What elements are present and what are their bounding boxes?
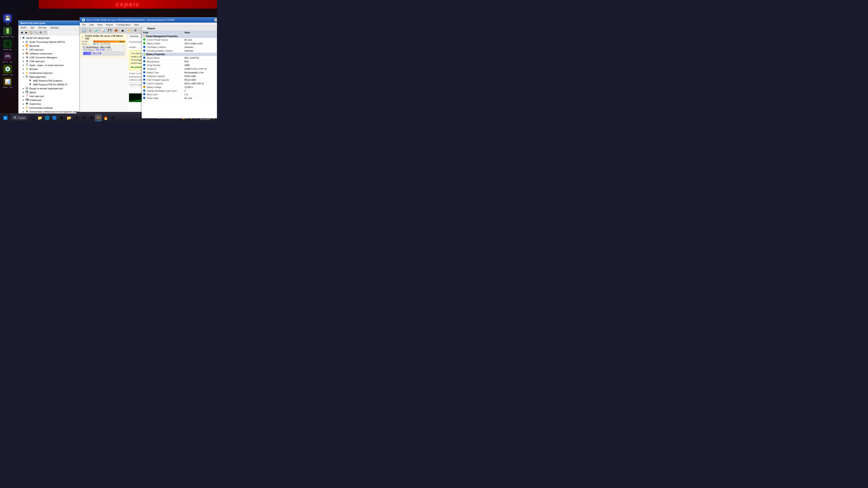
forward-button[interactable]: ▶ (24, 30, 28, 35)
hdsent-icon: 💿 (3, 65, 12, 73)
usb-manager-icon: 🔌 (25, 56, 29, 59)
search-button[interactable]: 🔍 (34, 30, 38, 35)
value-wear-level: 1 % (183, 93, 217, 96)
value-remaining-lifetime: Unknown (183, 49, 217, 53)
report-table: Field Value ⚡ Power Management Propertie… (142, 31, 217, 100)
report-row-cycle-count: Charge-Discharge Cycle Count 3 (142, 89, 217, 93)
section-power-row: ⚡ Power Management Properties (142, 35, 217, 38)
taskbar-aida[interactable]: 🖥 (88, 115, 94, 121)
usb-ctrl-icon: 🔌 (25, 110, 29, 113)
help-toolbar-button[interactable]: ? (43, 30, 48, 35)
temp-label-sys: [SYSTEM] (100, 43, 110, 45)
hds-btn-eject[interactable]: ⏏ (120, 28, 125, 33)
home-button[interactable]: 🏠 (29, 30, 33, 35)
other-icon: ❓ (25, 94, 29, 98)
tree-arrow-video: ▼ (23, 76, 25, 78)
desktop-icon-gpuz[interactable]: 🎮 GPU-Z... ярл (1, 52, 14, 63)
hds-minimize[interactable]: ─ (214, 19, 217, 22)
hds-menu-help[interactable]: Help (133, 23, 140, 27)
desktop-icon-hwmon[interactable]: 📊 HWMo... ярл (1, 77, 14, 89)
desktop: сервіс 💾 Soft 🔋 BatteryMo... ярл 🖥 aida6… (0, 0, 217, 122)
taskbar-recycle[interactable]: 🗑 (58, 115, 65, 121)
desktop-icon-battery[interactable]: 🔋 BatteryMo... ярл (1, 27, 14, 38)
report-thead: Field Value (142, 31, 217, 35)
taskbar-apps: ❑ 📁 🌐 🔵 🗑 📂 🛍 ✉ 🖥 64 🔥 ⚙ (29, 115, 155, 121)
hds-btn-alert[interactable]: ⚠ (87, 28, 93, 33)
hds-btn-power[interactable]: ⚡ (126, 28, 132, 33)
computer2-icon: 💻 (25, 102, 29, 106)
section-power-header: ⚡ Power Management Properties (142, 35, 217, 38)
report-row-designed-cap: Designed Capacity 97003 mWh (142, 74, 217, 78)
field-full-cap: Fully Charged Capacity (142, 78, 183, 82)
field-battery-status: Battery Status (142, 42, 183, 45)
hds-menu-config[interactable]: Configuration (115, 23, 132, 27)
tree-arrow-battery: ▶ (23, 68, 25, 70)
field-unique-id: Unique ID (142, 67, 183, 71)
hds-btn-export[interactable]: 📤 (113, 28, 119, 33)
taskbar-store[interactable]: 🛍 (73, 115, 80, 121)
taskbar-search[interactable]: 🔍 Пошук (11, 116, 27, 120)
desktop-icon-soft[interactable]: 💾 Soft (1, 14, 14, 25)
value-battery-status: 100 % (High Level) (183, 42, 217, 45)
hds-title-text: Disk 0, PC801 NVMe SK hynix 1TB [SYBAN01… (87, 19, 175, 21)
taskbar-task-view[interactable]: ❑ (29, 115, 36, 121)
hds-btn-config[interactable]: ⚙ (132, 28, 138, 33)
back-button[interactable]: ◀ (19, 30, 24, 35)
desktop-icon-aida[interactable]: 🖥 aida64 ярл (1, 39, 14, 51)
start-button[interactable]: ⊞ (0, 113, 11, 122)
taskbar-file-explorer[interactable]: 📁 (36, 115, 43, 121)
hds-disk-icon: 💿 (82, 18, 85, 22)
battery-label: BatteryMo... ярл (1, 36, 14, 38)
hds-menu-disk[interactable]: Disk (88, 23, 95, 27)
amd-rx-label: AMD Radeon(TM) RX 6850M XT (33, 83, 68, 86)
field-power-state: Power State (142, 96, 183, 100)
menu-view[interactable]: Вигляд (37, 26, 48, 29)
power-section-icon: ⚡ (143, 35, 146, 37)
taskbar-settings[interactable]: ⚙ (110, 115, 117, 121)
taskbar-mail[interactable]: ✉ (80, 115, 87, 121)
computer2-label: Комп'ютер (30, 103, 41, 105)
hds-disk-item-0[interactable]: ✓ PC801 NVMe SK hynix 1TB (953,9 GB) Hea… (80, 34, 127, 58)
health-row: Health: 100 % (82, 40, 125, 42)
value-serial: 1B9B (183, 63, 217, 67)
desktop-icon-hdsent[interactable]: 💿 HDSent... ярл (1, 65, 14, 76)
power-source-status-icon (143, 38, 145, 41)
value-voltage: 12.909 V (183, 86, 217, 89)
menu-action[interactable]: Дія (30, 26, 35, 29)
hds-menu-file[interactable]: File (81, 23, 87, 27)
tree-arrow-apo: ▶ (23, 41, 25, 43)
aida-label: aida64 ярл (3, 48, 11, 51)
hds-btn-test[interactable]: 🧪 (94, 28, 100, 33)
hds-btn-refresh[interactable]: 🔄 (81, 28, 87, 33)
hwmon-icon: 📊 (3, 77, 12, 86)
taskbar-furmark[interactable]: 🔥 (102, 115, 109, 121)
field-remaining-lifetime: Remaining Battery Lifetime (142, 49, 183, 53)
taskbar-64[interactable]: 64 (95, 115, 102, 121)
hds-btn-smart[interactable]: 📊 (100, 28, 106, 33)
tree-arrow-other: ▶ (23, 95, 25, 97)
hds-menu-report[interactable]: Report (104, 23, 114, 27)
apo-label: Audio Processing Objects (APOs) (30, 41, 65, 43)
field-device-name: Device Name (142, 56, 183, 60)
hds-btn-save[interactable]: 💾 (106, 28, 113, 33)
hds-freespace: C: [SoftThinks] (953,3 GB) Free Space: 7… (82, 45, 125, 56)
tree-arrow-disks: ▶ (23, 91, 25, 93)
report-row-remaining-lifetime: Remaining Battery Lifetime Unknown (142, 49, 217, 53)
tree-arrow-hid: ▶ (23, 48, 25, 51)
cycle-count-icon (143, 90, 145, 92)
menu-file[interactable]: Файл (19, 26, 28, 29)
report-header-row: Field Value (142, 31, 217, 35)
field-serial: Serial Number (142, 63, 183, 67)
taskbar-chrome[interactable]: 🔵 (51, 115, 58, 121)
taskbar-file-manager[interactable]: 📂 (66, 115, 72, 121)
report-icon: 📄 (144, 27, 147, 30)
menu-help[interactable]: Довідка (49, 26, 61, 29)
apo-icon: 🔊 (25, 40, 29, 44)
hds-menu-view[interactable]: View (96, 23, 104, 27)
taskbar-edge[interactable]: 🌐 (44, 115, 51, 121)
software-label: Software components (30, 52, 52, 55)
value-header: Value (183, 31, 217, 35)
health-value: 100 % (119, 41, 125, 42)
properties-button[interactable]: ⚙ (38, 30, 42, 35)
tab-overview[interactable]: Overview (127, 34, 141, 38)
